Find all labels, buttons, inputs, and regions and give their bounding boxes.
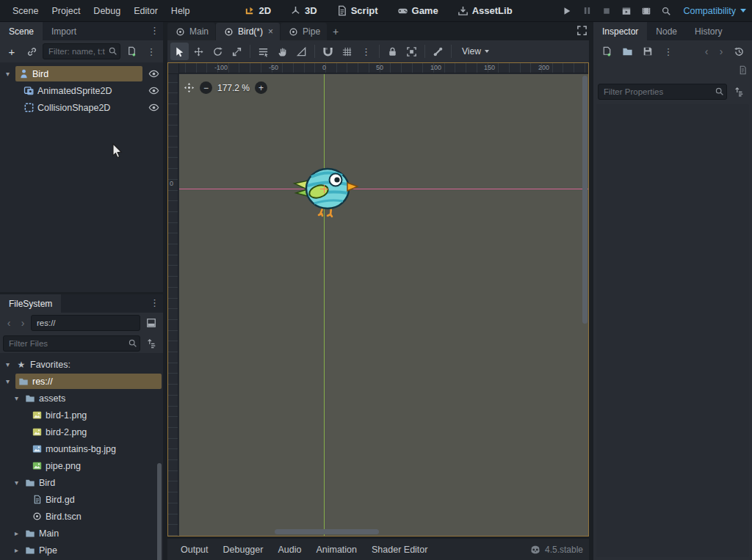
distraction-free-icon[interactable] — [576, 25, 588, 36]
menu-help[interactable]: Help — [164, 2, 197, 20]
view-menu-button[interactable]: View — [455, 44, 496, 59]
animation-panel-button[interactable]: Animation — [308, 541, 364, 559]
canvas[interactable]: − 177.2 % + — [179, 74, 588, 536]
new-resource-button[interactable] — [598, 43, 615, 59]
fs-res-root[interactable]: res:// — [15, 374, 162, 389]
rotate-tool-button[interactable] — [209, 43, 227, 60]
menu-scene[interactable]: Scene — [6, 2, 45, 20]
fs-favorites-row[interactable]: ▾ ★ Favorites: — [0, 356, 163, 373]
collapse-arrow-icon[interactable]: ▾ — [3, 377, 12, 385]
history-back-icon[interactable]: ‹ — [701, 46, 712, 57]
scene-node-bird[interactable]: Bird — [15, 66, 142, 81]
viewport-horizontal-scrollbar[interactable] — [275, 529, 379, 534]
scale-tool-button[interactable] — [228, 43, 246, 60]
select-tool-button[interactable] — [170, 43, 189, 60]
resource-menu-icon[interactable]: ⋮ — [659, 43, 677, 59]
tab-node[interactable]: Node — [647, 22, 686, 40]
scene-node-collisionshape[interactable]: CollisionShape2D — [21, 100, 142, 115]
move-tool-button[interactable] — [189, 43, 208, 60]
fs-birdgd-row[interactable]: Bird.gd — [0, 491, 163, 508]
tab-inspector[interactable]: Inspector — [593, 22, 647, 40]
scene-node-bird-row[interactable]: ▾ Bird — [0, 65, 163, 82]
add-node-button[interactable]: + — [3, 43, 21, 59]
load-resource-button[interactable] — [618, 43, 636, 59]
output-panel-button[interactable]: Output — [173, 541, 216, 559]
snap-options-menu-icon[interactable]: ⋮ — [357, 43, 375, 60]
fs-mountains-row[interactable]: mountains-bg.jpg — [0, 440, 163, 457]
bird-sprite[interactable] — [291, 161, 358, 219]
scene-tree-menu-icon[interactable]: ⋮ — [142, 43, 160, 59]
group-selected-button[interactable] — [402, 43, 421, 60]
collapse-arrow-icon[interactable]: ▾ — [12, 394, 21, 402]
tab-scene[interactable]: Scene — [0, 22, 43, 40]
collapse-arrow-icon[interactable]: ▾ — [3, 360, 12, 368]
ruler-tool-button[interactable] — [292, 43, 311, 60]
smart-snap-button[interactable] — [319, 43, 337, 60]
filter-properties-input[interactable] — [598, 84, 727, 100]
nav-back-icon[interactable]: ‹ — [3, 317, 15, 329]
new-scene-tab-button[interactable]: + — [328, 23, 344, 40]
filesystem-scrollbar[interactable] — [157, 463, 162, 560]
zoom-out-button[interactable]: − — [200, 81, 212, 94]
collapse-arrow-icon[interactable]: ▾ — [3, 70, 12, 78]
property-sort-icon[interactable] — [730, 84, 748, 100]
stop-button[interactable] — [599, 4, 614, 18]
fs-bird1-row[interactable]: bird-1.png — [0, 407, 163, 423]
fs-bird2-row[interactable]: bird-2.png — [0, 423, 163, 440]
nav-forward-icon[interactable]: › — [17, 317, 29, 329]
tab-import[interactable]: Import — [43, 22, 85, 40]
instance-scene-button[interactable] — [23, 43, 40, 59]
attach-script-button[interactable] — [123, 43, 140, 59]
scene-tab-main[interactable]: Main — [167, 23, 215, 40]
skeleton-options-button[interactable] — [429, 43, 447, 60]
debugger-panel-button[interactable]: Debugger — [216, 541, 271, 559]
collapse-arrow-icon[interactable]: ▾ — [12, 479, 21, 487]
pan-tool-button[interactable] — [273, 43, 292, 60]
lock-selected-button[interactable] — [383, 43, 402, 60]
sort-files-icon[interactable] — [142, 335, 160, 352]
workspace-3d-button[interactable]: 3D — [283, 3, 324, 18]
collapse-arrow-icon[interactable]: ▸ — [12, 529, 21, 537]
play-scene-button[interactable] — [619, 4, 634, 18]
zoom-percent-label[interactable]: 177.2 % — [217, 83, 250, 93]
collapse-arrow-icon[interactable]: ▸ — [12, 546, 21, 554]
scene-node-animatedsprite-row[interactable]: AnimatedSprite2D — [0, 82, 163, 99]
workspace-script-button[interactable]: Script — [330, 3, 385, 18]
visibility-eye-icon[interactable] — [145, 67, 162, 81]
play-button[interactable] — [560, 4, 574, 18]
doc-icon[interactable] — [738, 65, 748, 75]
fs-pipe-row[interactable]: pipe.png — [0, 457, 163, 474]
renderer-dropdown[interactable]: Compatibility — [683, 6, 746, 16]
visibility-eye-icon[interactable] — [145, 101, 162, 115]
edit-history-icon[interactable] — [730, 43, 748, 59]
viewport-vertical-scrollbar[interactable] — [582, 76, 588, 324]
fs-birdtscn-row[interactable]: Bird.tscn — [0, 508, 163, 525]
grid-snap-button[interactable] — [338, 43, 356, 60]
workspace-assetlib-button[interactable]: AssetLib — [451, 3, 519, 18]
scene-tab-bird[interactable]: Bird(*) × — [216, 23, 280, 40]
tab-filesystem[interactable]: FileSystem — [0, 294, 61, 313]
shader-editor-panel-button[interactable]: Shader Editor — [364, 541, 435, 559]
close-tab-icon[interactable]: × — [268, 26, 273, 37]
scene-node-animatedsprite[interactable]: AnimatedSprite2D — [21, 83, 142, 98]
list-select-button[interactable] — [254, 43, 272, 60]
movie-maker-button[interactable] — [659, 4, 673, 18]
save-resource-button[interactable] — [639, 43, 657, 59]
scene-node-collisionshape-row[interactable]: CollisionShape2D — [0, 99, 163, 116]
center-view-icon[interactable] — [184, 82, 195, 93]
zoom-in-button[interactable]: + — [255, 81, 267, 94]
fs-res-row[interactable]: ▾ res:// — [0, 373, 163, 390]
workspace-2d-button[interactable]: 2D — [237, 3, 278, 18]
pause-button[interactable] — [579, 4, 594, 18]
dock-menu-icon[interactable]: ⋮ — [150, 25, 159, 36]
workspace-game-button[interactable]: Game — [391, 3, 445, 18]
fs-bird-folder-row[interactable]: ▾ Bird — [0, 474, 163, 491]
audio-panel-button[interactable]: Audio — [270, 541, 308, 559]
menu-debug[interactable]: Debug — [87, 2, 127, 20]
fs-pipe-folder-row[interactable]: ▸ Pipe — [0, 542, 163, 559]
menu-project[interactable]: Project — [45, 2, 87, 20]
scene-tab-pipe[interactable]: Pipe — [281, 23, 327, 40]
visibility-eye-icon[interactable] — [145, 84, 162, 98]
dock-menu-icon[interactable]: ⋮ — [150, 297, 159, 308]
split-dock-icon[interactable] — [142, 315, 160, 331]
